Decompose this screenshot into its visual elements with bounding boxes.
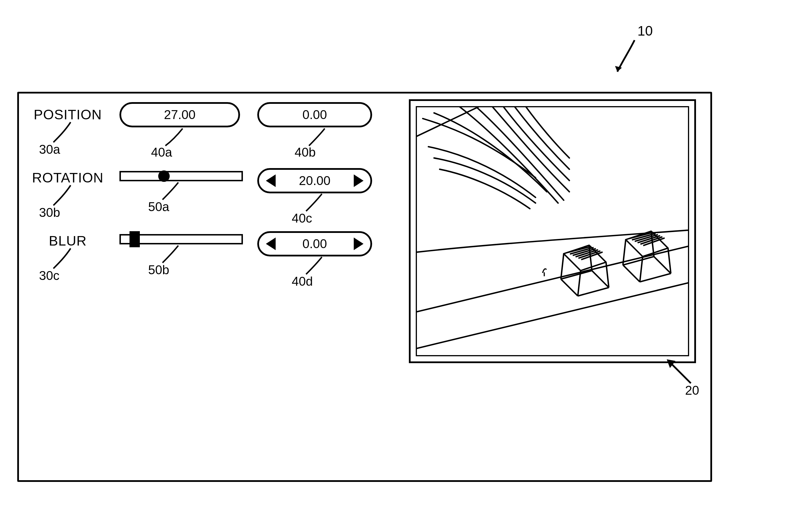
rotation-value: 20.00 bbox=[276, 174, 354, 188]
position-x-value: 27.00 bbox=[164, 108, 196, 122]
svg-line-3 bbox=[417, 273, 688, 355]
controls-panel: POSITION 27.00 0.00 30a 40a 40b ROTATION bbox=[31, 102, 381, 291]
label-blur: BLUR bbox=[31, 233, 105, 249]
rotation-slider-knob[interactable] bbox=[158, 170, 170, 182]
chevron-right-icon[interactable] bbox=[354, 174, 363, 187]
rotation-stepper[interactable]: 20.00 bbox=[257, 168, 372, 193]
leader-50a bbox=[162, 182, 183, 200]
blur-value: 0.00 bbox=[276, 237, 354, 251]
position-y-input[interactable]: 0.00 bbox=[257, 102, 372, 127]
leader-30c bbox=[53, 248, 76, 268]
leader-50b bbox=[162, 246, 183, 263]
row-rotation: ROTATION 20.00 30b 50a 40c bbox=[31, 165, 381, 228]
position-x-input[interactable]: 27.00 bbox=[119, 102, 240, 127]
leader-40c bbox=[306, 194, 326, 211]
svg-line-2 bbox=[417, 237, 688, 319]
blur-stepper[interactable]: 0.00 bbox=[257, 231, 372, 256]
ref-50a: 50a bbox=[148, 200, 169, 214]
ref-figure-label: 10 bbox=[637, 23, 653, 39]
rotation-slider[interactable] bbox=[119, 171, 243, 181]
blur-slider[interactable] bbox=[119, 234, 243, 244]
chevron-right-icon[interactable] bbox=[354, 238, 363, 250]
ref-40a: 40a bbox=[151, 145, 172, 160]
ref-40c: 40c bbox=[292, 211, 312, 225]
ref-40b: 40b bbox=[295, 145, 316, 160]
blur-slider-knob[interactable] bbox=[129, 231, 140, 247]
leader-40d bbox=[306, 257, 326, 274]
label-rotation: ROTATION bbox=[31, 170, 105, 185]
chevron-left-icon[interactable] bbox=[266, 238, 276, 250]
leader-30a bbox=[53, 122, 76, 142]
preview-image bbox=[416, 106, 689, 356]
leader-40a bbox=[165, 128, 188, 146]
position-y-value: 0.00 bbox=[302, 108, 327, 122]
label-position: POSITION bbox=[31, 107, 105, 123]
ref-50b: 50b bbox=[148, 263, 169, 277]
chevron-left-icon[interactable] bbox=[266, 174, 276, 187]
ref-40d: 40d bbox=[292, 274, 313, 289]
ref-30c: 30c bbox=[39, 268, 60, 283]
leader-20 bbox=[668, 360, 697, 386]
row-blur: BLUR 0.00 30c 50b 40d bbox=[31, 228, 381, 291]
preview-frame bbox=[409, 99, 696, 363]
ref-30a: 30a bbox=[39, 142, 60, 157]
ref-20: 20 bbox=[685, 383, 699, 397]
row-position: POSITION 27.00 0.00 30a 40a 40b bbox=[31, 102, 381, 165]
ref-figure-arrow bbox=[614, 40, 643, 75]
leader-30b bbox=[53, 185, 76, 205]
app-window: POSITION 27.00 0.00 30a 40a 40b ROTATION bbox=[17, 92, 712, 482]
leader-40b bbox=[309, 128, 329, 146]
ref-30b: 30b bbox=[39, 205, 60, 220]
